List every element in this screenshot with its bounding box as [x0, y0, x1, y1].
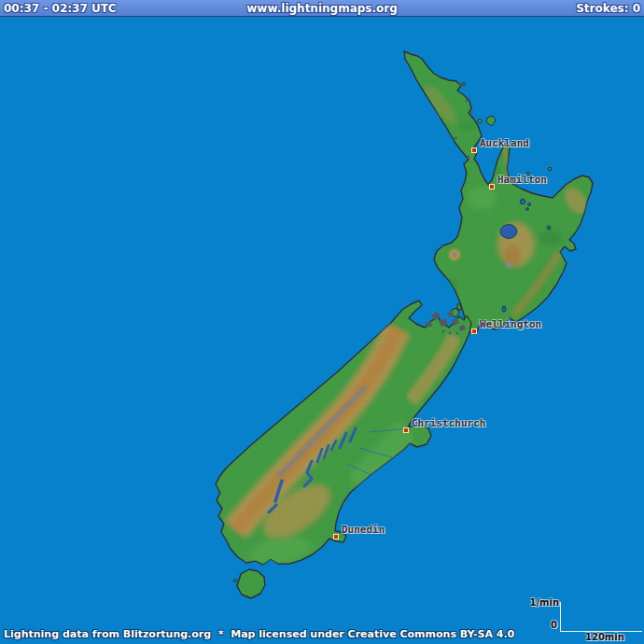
map-canvas[interactable]	[0, 0, 644, 644]
legend-x-axis	[560, 631, 642, 632]
site-title: www.lightningmaps.org	[191, 2, 454, 15]
attribution-text: Lightning data from Blitzortung.org * Ma…	[4, 628, 514, 640]
south-island-terrain	[205, 294, 485, 583]
north-island-terrain	[392, 37, 607, 345]
legend-y-axis	[560, 602, 561, 632]
city-name: Dunedin	[342, 524, 385, 536]
legend-time-label: 120min	[585, 632, 624, 642]
lightningmaps-window: 00:37 - 02:37 UTC www.lightningmaps.org …	[0, 0, 644, 644]
city-marker	[489, 184, 495, 189]
top-status-bar: 00:37 - 02:37 UTC www.lightningmaps.org …	[0, 0, 644, 17]
legend-zero-label: 0	[551, 620, 557, 630]
city-name: Christchurch	[412, 417, 485, 429]
city-name: Hamilton	[497, 174, 547, 186]
city-name: Auckland	[480, 137, 529, 149]
city-marker	[403, 427, 409, 433]
city-name: Wellington	[480, 318, 541, 330]
city-marker	[333, 534, 339, 539]
time-range-label: 00:37 - 02:37 UTC	[4, 2, 191, 15]
city-marker	[471, 147, 477, 153]
stewart-island	[237, 569, 265, 598]
city-marker	[471, 329, 477, 334]
strokes-counter: Strokes: 0	[453, 2, 640, 15]
legend-rate-label: 1/min	[529, 597, 559, 608]
